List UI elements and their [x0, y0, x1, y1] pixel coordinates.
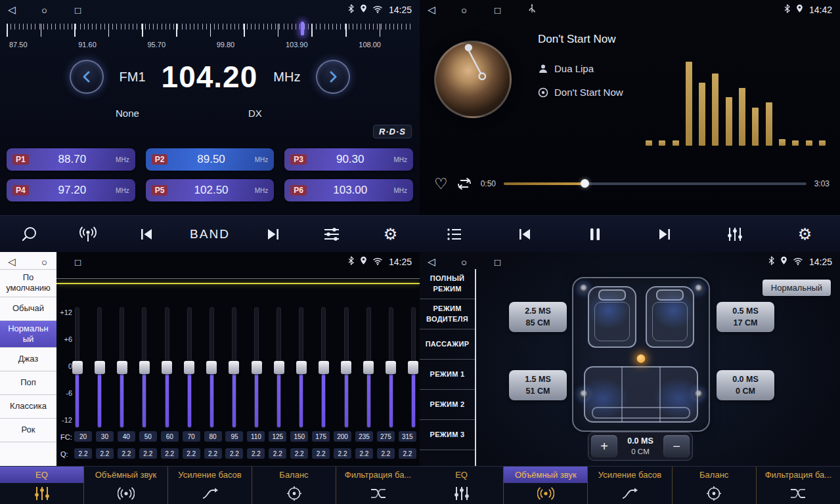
eq-band-slider[interactable]: [299, 307, 303, 428]
tab-filtering[interactable]: Фильтрация ба...: [757, 467, 840, 504]
recents-button[interactable]: □: [75, 257, 108, 268]
eq-band-slider[interactable]: [344, 307, 349, 428]
recents-button[interactable]: □: [495, 5, 528, 16]
tab-balance[interactable]: Баланс: [252, 467, 336, 504]
previous-station-icon[interactable]: [131, 221, 162, 247]
delay-front-right-button[interactable]: 0.5 MS 17 CM: [717, 302, 774, 332]
delay-front-left-button[interactable]: 2.5 MS 85 CM: [509, 302, 567, 332]
visualizer-bar: [646, 140, 652, 146]
album-art[interactable]: [434, 41, 512, 118]
favorite-heart-icon[interactable]: ♡: [434, 177, 448, 192]
next-station-icon[interactable]: [258, 221, 288, 247]
eq-band-slider[interactable]: [187, 307, 192, 428]
recents-button[interactable]: □: [75, 5, 108, 16]
broadcast-antenna-icon[interactable]: [73, 221, 103, 247]
preset-button[interactable]: P1 88.70 MHz: [7, 148, 135, 171]
eq-band-slider[interactable]: [142, 307, 146, 428]
tune-down-button[interactable]: [70, 60, 104, 94]
preset-button[interactable]: P3 90.30 MHz: [284, 148, 413, 171]
preset-button[interactable]: P4 97.20 MHz: [7, 179, 135, 201]
delay-rear-left-button[interactable]: 1.5 MS 51 CM: [509, 370, 567, 400]
listening-position-dot[interactable]: [637, 354, 646, 363]
surround-mode-item[interactable]: РЕЖИМ 1: [420, 360, 475, 390]
filter-tab-icon: [757, 483, 840, 504]
preset-unit: MHz: [393, 156, 407, 163]
preset-unit: MHz: [116, 187, 129, 194]
tab-eq[interactable]: EQ: [0, 467, 84, 504]
eq-preset-default[interactable]: По умолчанию: [0, 269, 56, 297]
q-value: 2.2: [355, 448, 373, 459]
previous-track-icon[interactable]: [510, 221, 540, 247]
eq-band-slider[interactable]: [210, 307, 214, 428]
scale-label: 95.70: [147, 41, 166, 49]
back-button[interactable]: ◁: [428, 256, 461, 268]
eq-band-slider[interactable]: [75, 307, 79, 428]
preset-button[interactable]: P5 102.50 MHz: [146, 179, 275, 201]
eq-preset-pop[interactable]: Поп: [0, 371, 56, 395]
back-button[interactable]: ◁: [428, 4, 461, 16]
surround-preset-button[interactable]: Нормальный: [763, 280, 831, 296]
home-button[interactable]: ○: [461, 5, 495, 16]
eq-preset-classic[interactable]: Классика: [0, 395, 56, 419]
back-button[interactable]: ◁: [8, 256, 41, 268]
delay-increase-button[interactable]: +: [591, 435, 617, 457]
eq-band-slider[interactable]: [366, 307, 371, 428]
delay-decrease-button[interactable]: −: [663, 435, 690, 457]
band-button[interactable]: BAND: [190, 227, 230, 242]
eq-band-slider[interactable]: [232, 307, 236, 428]
recents-button[interactable]: □: [495, 257, 528, 268]
seek-slider[interactable]: [504, 182, 807, 185]
settings-gear-icon[interactable]: ⚙: [790, 221, 820, 247]
frequency-scale[interactable]: [7, 24, 413, 37]
eq-band-slider[interactable]: [389, 307, 393, 428]
equalizer-icon[interactable]: [720, 221, 750, 247]
surround-mode-item[interactable]: РЕЖИМ 2: [420, 390, 475, 420]
home-button[interactable]: ○: [41, 5, 75, 16]
surround-mode-item[interactable]: ПАССАЖИР: [420, 329, 475, 360]
seek-slider-knob[interactable]: [581, 179, 589, 188]
home-button[interactable]: ○: [41, 257, 75, 268]
q-label: Q:: [60, 450, 68, 458]
playlist-icon[interactable]: [439, 221, 470, 247]
home-button[interactable]: ○: [461, 257, 495, 268]
eq-preset-normal[interactable]: Нормальный: [0, 321, 56, 348]
delay-rear-right-button[interactable]: 0.0 MS 0 CM: [717, 370, 774, 400]
eq-band-slider[interactable]: [254, 307, 259, 428]
eq-band-slider[interactable]: [120, 307, 124, 428]
visualizer-bar: [752, 108, 759, 146]
visualizer-bar: [819, 140, 826, 146]
frequency-scale-labels: 87.5091.6095.7099.80103.90108.00: [9, 41, 381, 49]
q-value: 2.2: [290, 448, 308, 459]
tab-surround[interactable]: Объёмный звук: [504, 467, 588, 504]
q-value: 2.2: [204, 448, 222, 459]
audio-settings-icon[interactable]: [317, 221, 347, 247]
eq-preset-rock[interactable]: Рок: [0, 419, 56, 442]
surround-mode-item[interactable]: ПОЛНЫЙ РЕЖИМ: [420, 269, 475, 299]
eq-band-slider[interactable]: [276, 307, 281, 428]
eq-band-slider[interactable]: [97, 307, 102, 428]
tab-bass-boost[interactable]: Усиление басов: [168, 467, 252, 504]
fc-value: 125: [269, 431, 286, 442]
seek-icon[interactable]: [14, 221, 45, 247]
tab-balance[interactable]: Баланс: [673, 467, 757, 504]
eq-preset-custom[interactable]: Обычай: [0, 297, 56, 321]
preset-button[interactable]: P2 89.50 MHz: [146, 148, 275, 171]
back-button[interactable]: ◁: [8, 4, 41, 16]
repeat-icon[interactable]: [456, 177, 473, 191]
preset-button[interactable]: P6 103.00 MHz: [284, 179, 413, 201]
tab-eq[interactable]: EQ: [420, 467, 504, 504]
pause-icon[interactable]: [580, 221, 610, 247]
surround-mode-item[interactable]: РЕЖИМ 3: [420, 420, 475, 450]
next-track-icon[interactable]: [650, 221, 680, 247]
settings-gear-icon[interactable]: ⚙: [375, 221, 405, 247]
tab-bass-boost[interactable]: Усиление басов: [588, 467, 672, 504]
tab-filtering[interactable]: Фильтрация ба...: [336, 467, 420, 504]
bluetooth-icon: [784, 4, 791, 16]
eq-band-slider[interactable]: [165, 307, 169, 428]
surround-mode-item[interactable]: РЕЖИМ ВОДИТЕЛЯ: [420, 299, 475, 329]
tab-surround[interactable]: Объёмный звук: [84, 467, 168, 504]
eq-preset-jazz[interactable]: Джаз: [0, 348, 56, 371]
tune-up-button[interactable]: [316, 60, 350, 94]
eq-band-slider[interactable]: [411, 307, 416, 428]
eq-band-slider[interactable]: [321, 307, 326, 428]
